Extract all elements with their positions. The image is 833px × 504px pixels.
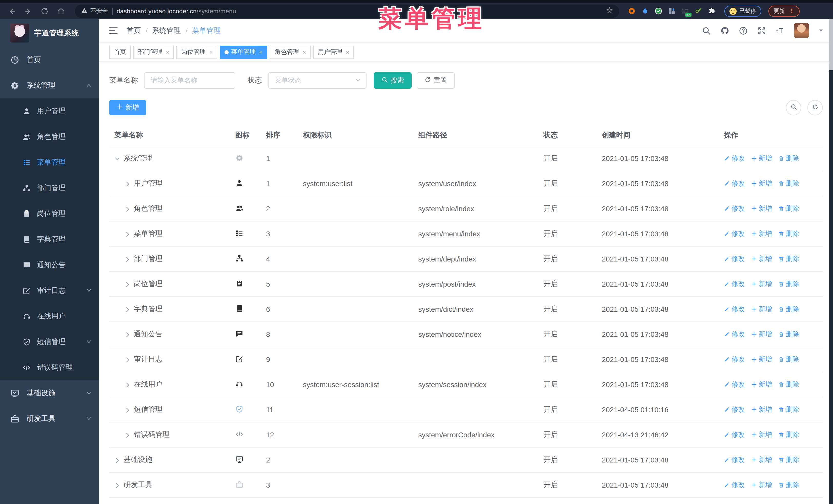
avatar[interactable] xyxy=(794,23,809,38)
sidebar-item-9[interactable]: 审计日志 xyxy=(0,278,99,304)
page-scrollbar[interactable] xyxy=(829,19,833,504)
add-link[interactable]: 新增 xyxy=(751,355,772,364)
tab-1[interactable]: 部门管理× xyxy=(133,45,174,59)
expand-arrow-icon[interactable] xyxy=(124,231,131,237)
edit-link[interactable]: 修改 xyxy=(724,380,745,389)
green-check-extension-icon[interactable] xyxy=(654,7,663,16)
expand-arrow-icon[interactable] xyxy=(124,432,131,438)
expand-arrow-icon[interactable] xyxy=(114,482,120,488)
back-icon[interactable] xyxy=(5,4,19,18)
edit-link[interactable]: 修改 xyxy=(724,405,745,414)
url-bar[interactable]: 不安全 dashboard.yudao.iocoder.cn/system/me… xyxy=(75,4,619,18)
delete-link[interactable]: 删除 xyxy=(778,280,799,289)
sidebar-item-6[interactable]: 岗位管理 xyxy=(0,201,99,226)
sidebar-item-1[interactable]: 系统管理 xyxy=(0,73,99,98)
delete-link[interactable]: 删除 xyxy=(778,405,799,414)
edit-link[interactable]: 修改 xyxy=(724,355,745,364)
edit-link[interactable]: 修改 xyxy=(724,204,745,213)
kebab-menu-icon[interactable]: ⋮ xyxy=(789,8,794,14)
expand-arrow-icon[interactable] xyxy=(124,281,131,287)
sidebar-item-2[interactable]: 用户管理 xyxy=(0,98,99,124)
sidebar-item-10[interactable]: 在线用户 xyxy=(0,304,99,329)
puzzle-extension-icon[interactable] xyxy=(708,7,716,16)
sidebar-item-13[interactable]: 基础设施 xyxy=(0,380,99,406)
delete-link[interactable]: 删除 xyxy=(778,204,799,213)
paused-extension-badge[interactable]: 已暂停 xyxy=(724,5,761,17)
sidebar-item-14[interactable]: 研发工具 xyxy=(0,406,99,432)
not-secure-warning[interactable]: 不安全 xyxy=(81,7,108,15)
expand-arrow-icon[interactable] xyxy=(124,356,131,362)
expand-arrow-icon[interactable] xyxy=(124,256,131,262)
tab-3[interactable]: 菜单管理× xyxy=(220,45,267,59)
delete-link[interactable]: 删除 xyxy=(778,254,799,264)
expand-arrow-icon[interactable] xyxy=(114,457,120,463)
breadcrumb-item[interactable]: 首页 xyxy=(127,26,141,35)
add-link[interactable]: 新增 xyxy=(751,280,772,289)
toggle-search-button[interactable] xyxy=(786,100,801,115)
expand-arrow-icon[interactable] xyxy=(124,206,131,212)
add-link[interactable]: 新增 xyxy=(751,455,772,464)
sidebar-item-0[interactable]: 首页 xyxy=(0,47,99,73)
expand-arrow-icon[interactable] xyxy=(124,306,131,312)
reload-icon[interactable] xyxy=(38,4,51,18)
delete-link[interactable]: 删除 xyxy=(778,330,799,339)
close-icon[interactable]: × xyxy=(259,49,263,55)
close-icon[interactable]: × xyxy=(346,49,349,55)
sidebar-item-8[interactable]: 通知公告 xyxy=(0,252,99,278)
sidebar-item-4[interactable]: 菜单管理 xyxy=(0,150,99,175)
edit-link[interactable]: 修改 xyxy=(724,305,745,314)
delete-link[interactable]: 删除 xyxy=(778,480,799,490)
delete-link[interactable]: 删除 xyxy=(778,355,799,364)
sidebar-item-11[interactable]: 短信管理 xyxy=(0,329,99,355)
status-select[interactable]: 菜单状态 xyxy=(268,72,366,89)
edit-link[interactable]: 修改 xyxy=(724,179,745,188)
breadcrumb-item[interactable]: 系统管理 xyxy=(152,26,181,35)
sidebar-item-3[interactable]: 角色管理 xyxy=(0,124,99,150)
sidebar-item-7[interactable]: 字典管理 xyxy=(0,226,99,252)
delete-link[interactable]: 删除 xyxy=(778,154,799,163)
tab-5[interactable]: 用户管理× xyxy=(313,45,354,59)
delete-link[interactable]: 删除 xyxy=(778,305,799,314)
menu-name-input[interactable]: 请输入菜单名称 xyxy=(144,72,235,89)
add-link[interactable]: 新增 xyxy=(751,330,772,339)
sidebar-item-12[interactable]: 错误码管理 xyxy=(0,355,99,380)
fontsize-icon[interactable]: tT xyxy=(776,26,785,35)
expand-arrow-icon[interactable] xyxy=(124,331,131,337)
add-link[interactable]: 新增 xyxy=(751,480,772,490)
blue-drop-extension-icon[interactable] xyxy=(641,7,649,16)
add-link[interactable]: 新增 xyxy=(751,154,772,163)
forward-icon[interactable] xyxy=(22,4,35,18)
add-link[interactable]: 新增 xyxy=(751,229,772,238)
bookmark-star-icon[interactable] xyxy=(606,6,613,16)
close-icon[interactable]: × xyxy=(303,49,306,55)
sliders-on-extension-icon[interactable]: on xyxy=(681,7,689,16)
tab-0[interactable]: 首页 xyxy=(109,45,131,59)
blue-grid-extension-icon[interactable] xyxy=(667,7,676,16)
edit-link[interactable]: 修改 xyxy=(724,254,745,264)
tab-4[interactable]: 角色管理× xyxy=(270,45,311,59)
edit-link[interactable]: 修改 xyxy=(724,330,745,339)
home-icon[interactable] xyxy=(54,4,68,18)
edit-link[interactable]: 修改 xyxy=(724,154,745,163)
add-link[interactable]: 新增 xyxy=(751,305,772,314)
edit-link[interactable]: 修改 xyxy=(724,229,745,238)
hamburger-icon[interactable] xyxy=(108,25,118,35)
collapse-arrow-icon[interactable] xyxy=(114,155,120,162)
add-link[interactable]: 新增 xyxy=(751,430,772,439)
add-button[interactable]: 新增 xyxy=(109,100,146,115)
edit-link[interactable]: 修改 xyxy=(724,430,745,439)
add-link[interactable]: 新增 xyxy=(751,179,772,188)
github-icon[interactable] xyxy=(720,26,730,35)
caret-down-icon[interactable] xyxy=(818,26,824,35)
delete-link[interactable]: 删除 xyxy=(778,430,799,439)
logo[interactable]: 芋道管理系统 xyxy=(0,19,99,47)
sidebar-item-5[interactable]: 部门管理 xyxy=(0,175,99,201)
delete-link[interactable]: 删除 xyxy=(778,179,799,188)
question-icon[interactable] xyxy=(739,26,748,35)
orange-ring-extension-icon[interactable] xyxy=(627,7,636,16)
expand-arrow-icon[interactable] xyxy=(124,407,131,413)
tab-2[interactable]: 岗位管理× xyxy=(176,45,217,59)
green-key-extension-icon[interactable] xyxy=(694,7,703,16)
edit-link[interactable]: 修改 xyxy=(724,280,745,289)
expand-arrow-icon[interactable] xyxy=(124,181,131,187)
